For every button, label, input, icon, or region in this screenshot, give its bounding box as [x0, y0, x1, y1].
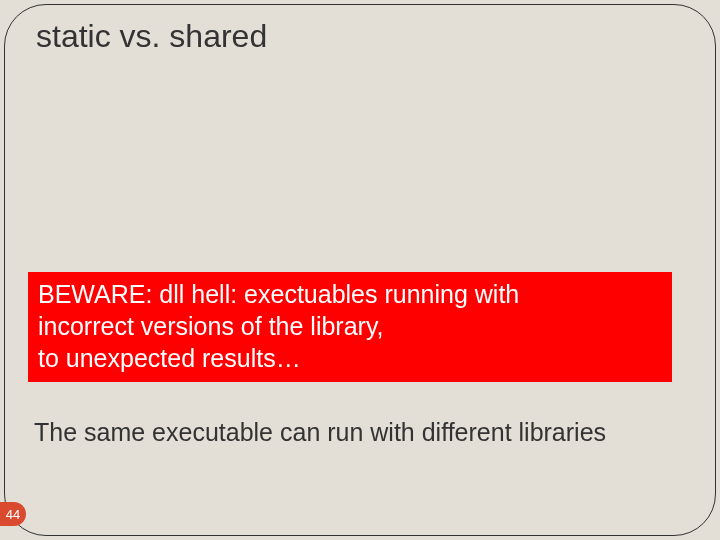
slide-frame — [4, 4, 716, 536]
page-number-badge: 44 — [0, 502, 26, 526]
warning-callout: BEWARE: dll hell: exectuables running wi… — [28, 272, 672, 382]
body-text: The same executable can run with differe… — [34, 418, 606, 447]
warning-line-2: incorrect versions of the library, — [38, 310, 662, 342]
slide-title: static vs. shared — [36, 18, 267, 55]
warning-line-1: BEWARE: dll hell: exectuables running wi… — [38, 278, 662, 310]
page-number: 44 — [6, 507, 20, 522]
warning-line-3: to unexpected results… — [38, 342, 662, 374]
